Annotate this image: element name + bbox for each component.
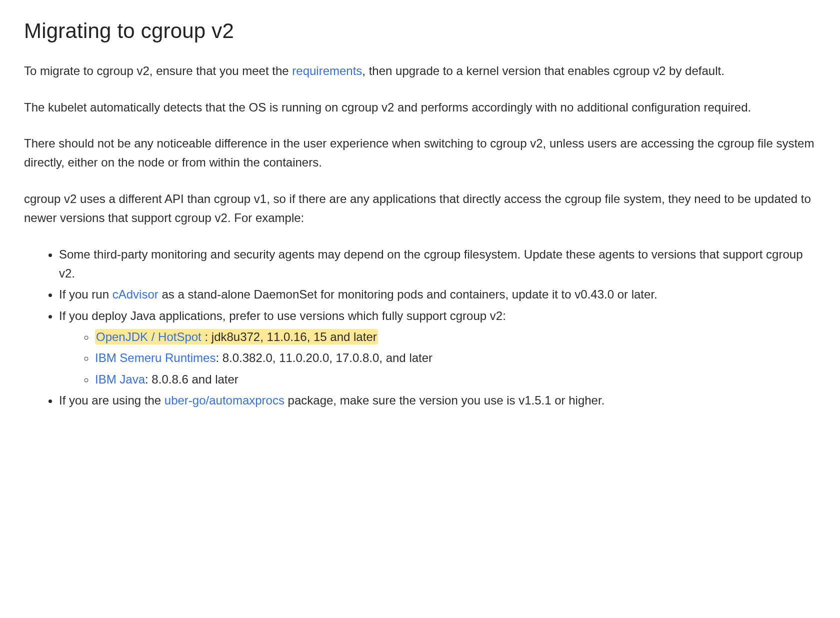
requirements-link[interactable]: requirements [292, 64, 362, 78]
list-item: Some third-party monitoring and security… [59, 245, 815, 284]
paragraph-ux: There should not be any noticeable diffe… [24, 134, 815, 172]
text: as a stand-alone DaemonSet for monitorin… [158, 288, 658, 301]
java-versions-list: OpenJDK / HotSpot : jdk8u372, 11.0.16, 1… [59, 328, 815, 389]
text: : [202, 330, 212, 344]
ibm-java-link[interactable]: IBM Java [95, 372, 145, 386]
list-item: If you are using the uber-go/automaxproc… [59, 391, 815, 410]
highlighted-text: OpenJDK / HotSpot : jdk8u372, 11.0.16, 1… [95, 329, 378, 344]
text: If you are using the [59, 394, 164, 407]
text: To migrate to cgroup v2, ensure that you… [24, 64, 292, 78]
example-list: Some third-party monitoring and security… [24, 245, 815, 410]
text: package, make sure the version you use i… [284, 394, 604, 407]
section-heading: Migrating to cgroup v2 [24, 14, 815, 48]
paragraph-api: cgroup v2 uses a different API than cgro… [24, 190, 815, 228]
text: , then upgrade to a kernel version that … [362, 64, 724, 78]
list-item: OpenJDK / HotSpot : jdk8u372, 11.0.16, 1… [95, 328, 815, 346]
ibm-semeru-link[interactable]: IBM Semeru Runtimes [95, 351, 216, 364]
text: : 8.0.8.6 and later [145, 372, 238, 386]
paragraph-intro: To migrate to cgroup v2, ensure that you… [24, 62, 815, 80]
text: : 8.0.382.0, 11.0.20.0, 17.0.8.0, and la… [216, 351, 432, 364]
list-item: If you run cAdvisor as a stand-alone Dae… [59, 285, 815, 304]
list-item: IBM Semeru Runtimes: 8.0.382.0, 11.0.20.… [95, 348, 815, 368]
text: If you deploy Java applications, prefer … [59, 309, 506, 322]
text: jdk8u372, 11.0.16, 15 and later [212, 330, 377, 344]
list-item: IBM Java: 8.0.8.6 and later [95, 370, 815, 389]
paragraph-kubelet: The kubelet automatically detects that t… [24, 98, 815, 117]
cadvisor-link[interactable]: cAdvisor [112, 288, 158, 301]
list-item: If you deploy Java applications, prefer … [59, 306, 815, 390]
openjdk-link[interactable]: OpenJDK / HotSpot [96, 330, 202, 344]
text: If you run [59, 288, 112, 301]
automaxprocs-link[interactable]: uber-go/automaxprocs [164, 394, 284, 407]
